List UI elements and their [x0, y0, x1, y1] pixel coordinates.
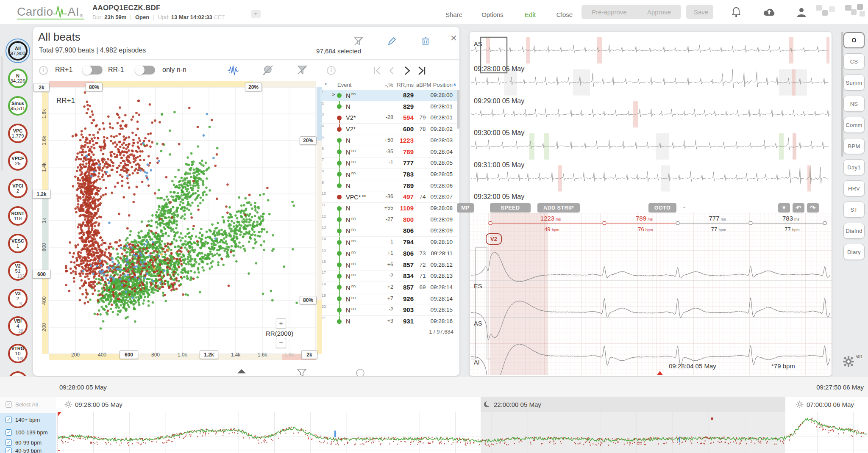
right-panel-scrollbar[interactable] — [841, 32, 843, 157]
class-circle-v2[interactable]: V251102 — [4, 257, 31, 285]
legend-row-6099[interactable]: ✓60-99 bpm — [6, 439, 42, 446]
events-scrollbar[interactable] — [457, 90, 459, 129]
event-row-12[interactable]: 12N nn-2780009:28:09 — [320, 214, 457, 226]
rail-button-day1[interactable]: Day1 — [843, 159, 865, 175]
class-circle-v3[interactable]: V326 — [4, 285, 31, 312]
col-header-[interactable]: -,% — [370, 82, 393, 88]
rail-button-ns[interactable]: NS — [843, 96, 865, 112]
legend-checkbox[interactable]: ✓ — [6, 447, 12, 453]
mp-button[interactable]: MP — [457, 203, 474, 213]
goto-button[interactable]: GOTO — [648, 203, 676, 213]
language-indicator[interactable]: en — [856, 353, 862, 359]
close-panel-icon[interactable]: ✕ — [450, 34, 457, 42]
select-all-checkbox[interactable]: ✓ — [6, 401, 12, 408]
cloud-upload-icon[interactable] — [763, 6, 776, 19]
detail-cursor-line[interactable] — [660, 213, 660, 372]
undo-button[interactable]: ↶ — [793, 203, 804, 213]
approve-button[interactable]: Approve — [640, 8, 679, 16]
percentile-handle-right-20%[interactable]: 20% — [300, 136, 317, 145]
ecg-overview-strips[interactable] — [470, 32, 832, 199]
menu-item-share[interactable]: Share — [445, 11, 462, 18]
rail-button-st[interactable]: ST — [843, 202, 865, 218]
percentile-handle-top-20%[interactable]: 20% — [245, 83, 262, 91]
rail-button-cs[interactable]: CS — [843, 53, 865, 69]
redo-button[interactable]: ↷ — [807, 203, 819, 213]
y-range-handle-600[interactable]: 600 — [32, 270, 51, 279]
pager-prev-icon[interactable] — [390, 67, 393, 74]
events-info-icon[interactable]: i — [327, 66, 336, 75]
pre-approve-button[interactable]: Pre-approve — [584, 8, 634, 16]
waveform-view-icon[interactable] — [227, 65, 239, 76]
menu-item-close[interactable]: Close — [556, 11, 573, 18]
rail-button-summ[interactable]: Summ — [843, 75, 865, 91]
app-logo[interactable]: Cardio AI ® — [17, 3, 84, 19]
delete-trash-icon[interactable] — [420, 36, 431, 46]
x-range-handle-2k[interactable]: 2k — [301, 350, 317, 359]
event-row-17[interactable]: 17N nn-28347109:28:13 — [320, 271, 457, 282]
event-row-10[interactable]: 10VPC* nn-364977409:28:07 — [320, 191, 457, 203]
rail-button-comm[interactable]: Comm — [843, 117, 865, 133]
pager-first-icon[interactable] — [375, 67, 380, 74]
class-circle-vesc[interactable]: VESC1 — [4, 230, 31, 257]
event-row-11[interactable]: 11N+55110909:28:08 — [320, 203, 457, 214]
clear-filter-icon[interactable] — [353, 36, 364, 46]
bottom-refresh-icon[interactable] — [356, 369, 364, 376]
col-header-[interactable]: * — [325, 82, 327, 88]
col-header-position[interactable]: Position ▲ — [423, 82, 453, 88]
legend-row-140+[interactable]: ✓140+ bpm — [6, 417, 40, 423]
legend-checkbox[interactable]: ✓ — [6, 439, 12, 446]
event-row-4[interactable]: 4V2*6007809:28:02 — [320, 124, 457, 135]
info-icon[interactable]: i — [39, 66, 48, 75]
class-circle-vpci[interactable]: VPCI2 — [4, 175, 31, 202]
add-strip-button[interactable]: ADD STRIP — [537, 203, 580, 213]
class-circle-vbi[interactable]: VBI428 — [4, 312, 31, 340]
filter-off-icon[interactable] — [297, 64, 308, 75]
save-button[interactable]: Save — [686, 8, 716, 16]
event-row-6[interactable]: 6N nn-3578909:28:04 — [320, 146, 457, 158]
event-row-19[interactable]: 19N nn+792609:28:14 — [320, 293, 457, 305]
event-row-7[interactable]: 7N nn-177709:28:05 — [320, 157, 457, 169]
beat-classification-badge[interactable]: V2 — [486, 233, 502, 245]
event-row-1[interactable]: 1>N nn82909:28:00 — [320, 90, 457, 101]
y-range-handle-2k[interactable]: 2k — [33, 83, 50, 92]
class-rail-scrollbar[interactable] — [1, 56, 3, 171]
event-row-13[interactable]: 13N nn80609:28:09 — [320, 225, 457, 237]
rail-button-diary[interactable]: Diary — [843, 244, 865, 260]
speed-button[interactable]: SPEED — [490, 203, 531, 213]
lasso-select-off-icon[interactable] — [262, 64, 274, 76]
event-row-14[interactable]: 14N nn-179409:28:10 — [320, 237, 457, 248]
zoom-in-button[interactable]: + — [276, 318, 286, 329]
bottom-filter-icon[interactable] — [298, 369, 306, 376]
percentile-handle-top-80%[interactable]: 80% — [86, 83, 103, 91]
legend-row-100139[interactable]: ✓100-139 bpm — [6, 429, 48, 436]
event-row-2[interactable]: 2N82909:28:01 — [320, 101, 457, 113]
menu-item-options[interactable]: Options — [481, 11, 504, 18]
class-circle-vtrg[interactable]: VTRG10160 — [4, 340, 31, 367]
event-row-9[interactable]: 9N78909:28:06 — [320, 180, 457, 192]
menu-item-edit[interactable]: Edit — [525, 11, 536, 18]
expand-up-icon[interactable] — [237, 369, 246, 373]
event-row-16[interactable]: 16N nn+68577209:28:12 — [320, 260, 457, 271]
only-nn-toggle[interactable] — [135, 66, 155, 75]
pager-last-icon[interactable] — [419, 67, 425, 75]
class-circle-all[interactable]: All97,900 — [4, 37, 31, 64]
event-row-18[interactable]: 18N nn+28576909:28:14 — [320, 282, 457, 293]
legend-row-4059[interactable]: ✓40-59 bpm — [6, 447, 42, 453]
event-row-8[interactable]: 8N nn78309:28:05 — [320, 169, 457, 180]
user-avatar-icon[interactable] — [795, 6, 808, 19]
edit-pencil-icon[interactable] — [387, 36, 397, 46]
x-range-handle-1.2k[interactable]: 1.2k — [200, 350, 218, 359]
percentile-handle-right-80%[interactable]: 80% — [300, 296, 317, 304]
add-tab-button[interactable]: + — [251, 10, 261, 18]
select-all-control[interactable]: ✓ Select All — [6, 401, 38, 408]
legend-checkbox[interactable]: ✓ — [6, 417, 12, 423]
event-row-20[interactable]: 20N nn-290309:28:15 — [320, 304, 457, 316]
rr-toggle[interactable] — [82, 66, 103, 75]
rail-button-o[interactable]: O — [843, 32, 865, 48]
class-circle-partial[interactable] — [4, 367, 31, 376]
settings-gear-icon[interactable] — [843, 356, 854, 367]
class-circle-vpcf[interactable]: VPCF25 — [4, 147, 31, 174]
event-row-21[interactable]: 21N+393109:28:16 — [320, 316, 457, 327]
class-circle-sinus[interactable]: Sinus95,511 — [4, 92, 31, 119]
class-circle-vpc[interactable]: VPC1,779 — [4, 120, 31, 147]
